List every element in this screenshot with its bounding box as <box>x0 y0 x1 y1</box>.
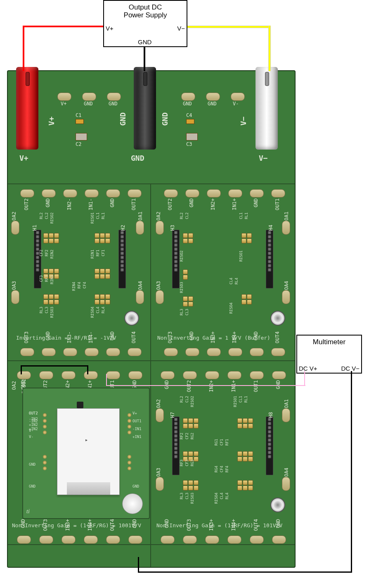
smd-pad <box>95 269 99 274</box>
smd-pad <box>183 486 188 490</box>
socket-daughterboard: ti OUT2-IN2+IN2V-GNDOUT2-IN2+IN2V-GNDV+O… <box>22 388 150 519</box>
tab-icon <box>77 402 83 408</box>
pad <box>161 371 175 379</box>
silk-comp: RISO2 <box>50 212 54 224</box>
cap-c2 <box>76 133 87 140</box>
banana-red-vplus[interactable] <box>16 67 38 150</box>
smd-pad <box>248 457 253 462</box>
silk-comp: CL4 <box>220 493 224 499</box>
pad-oa <box>156 477 164 491</box>
smd-pad <box>241 238 246 243</box>
silk-pad: GND <box>253 198 259 207</box>
banana-white-vminus[interactable] <box>255 67 278 150</box>
pad <box>250 536 264 544</box>
pad <box>20 348 34 356</box>
smd-pad <box>247 238 252 243</box>
silk: V+ <box>61 101 66 107</box>
smd-pad <box>188 233 193 238</box>
smd-pad <box>54 300 59 305</box>
silk-comp: RF2 <box>45 250 49 256</box>
smd-pad <box>105 233 110 238</box>
silk-comp: CL3 <box>185 309 189 315</box>
silk-pad: OUT2 <box>186 380 192 392</box>
pad <box>39 536 53 544</box>
smd-pad <box>247 233 252 238</box>
header-h2[interactable] <box>118 230 126 288</box>
pad-oa <box>136 221 144 235</box>
pad <box>42 189 56 198</box>
silk-comp: RF4 <box>77 282 81 288</box>
header-h3[interactable] <box>172 230 180 288</box>
silk: OA1 <box>284 399 289 408</box>
wire-gnd <box>144 45 145 71</box>
silk-pad: OUT4 <box>131 331 137 343</box>
smd-pad <box>241 294 246 299</box>
ic-socket[interactable] <box>57 408 120 495</box>
silk-pad: IN4+ <box>231 519 237 531</box>
silk-comp: CL3 <box>185 493 189 499</box>
smd-pad <box>49 300 54 305</box>
pad <box>63 348 77 356</box>
silk: OA2 <box>156 399 161 408</box>
silk: GND <box>84 101 93 107</box>
smd-pad <box>241 300 246 305</box>
pin-strip-left <box>42 411 47 472</box>
smd-pad <box>183 233 188 238</box>
smd-pad <box>248 486 253 490</box>
silk: V- <box>233 101 239 107</box>
pad-oa <box>156 408 164 422</box>
silk-comp: RL1 <box>244 396 248 402</box>
multimeter-dcvplus: DC V+ <box>299 365 317 372</box>
silk-pad: IN3+ <box>65 519 71 531</box>
smd-pad <box>183 238 188 243</box>
pad <box>106 189 120 198</box>
smd-pad <box>247 294 252 299</box>
pad-oa <box>282 408 290 422</box>
silk-pad: OUT3 <box>186 519 192 531</box>
silk-comp: CL1 <box>96 212 100 219</box>
pad <box>250 189 264 198</box>
wire-short-2 <box>21 365 88 367</box>
silk: H1 <box>32 225 38 231</box>
smd-pad <box>248 480 253 485</box>
silk-comp: CL1 <box>239 212 243 219</box>
silk-pad: OUT3 <box>24 331 29 343</box>
header-h4[interactable] <box>266 230 273 288</box>
mount-circle <box>122 493 143 514</box>
header-h7[interactable] <box>172 417 180 475</box>
smd-pad <box>100 300 105 305</box>
psu-title-l1: Output DC <box>129 3 162 11</box>
wire-dcv-plus <box>106 385 305 386</box>
smd-pad <box>105 294 110 299</box>
smd-pad <box>243 451 248 456</box>
mount-hole <box>270 498 285 512</box>
header-h8[interactable] <box>266 417 273 475</box>
silk: OA4 <box>284 468 289 477</box>
socket-silk: OUT1 <box>132 419 142 423</box>
pad <box>271 189 285 198</box>
silk-comp: CF4 <box>83 282 87 288</box>
pad <box>20 189 34 198</box>
smd-pad <box>248 451 253 456</box>
silk-comp: CF4 <box>220 466 224 472</box>
silk-comp: CL4 <box>96 307 100 313</box>
wire-dcv-minus-3 <box>138 557 139 572</box>
wire-short-1 <box>21 365 22 374</box>
smd-pad <box>100 269 105 274</box>
silk-gnd: GND <box>131 154 144 162</box>
silk-pad: GND <box>164 380 170 389</box>
smd-pad <box>95 233 99 238</box>
socket-silk: +IN2 <box>29 427 38 431</box>
smd-pad <box>183 424 188 429</box>
silk-comp: CL2 <box>45 212 49 219</box>
smd-pad <box>43 294 48 299</box>
silk: OA3 <box>156 281 161 290</box>
pad <box>62 536 76 544</box>
pad <box>271 348 285 356</box>
silk-pad: GND <box>132 519 137 528</box>
silk-comp: CL1 <box>239 396 243 402</box>
silk-comp: CL4 <box>229 278 233 284</box>
pad-oa <box>136 290 144 304</box>
smd-pad <box>100 238 105 243</box>
banana-black-gnd[interactable] <box>134 67 156 150</box>
